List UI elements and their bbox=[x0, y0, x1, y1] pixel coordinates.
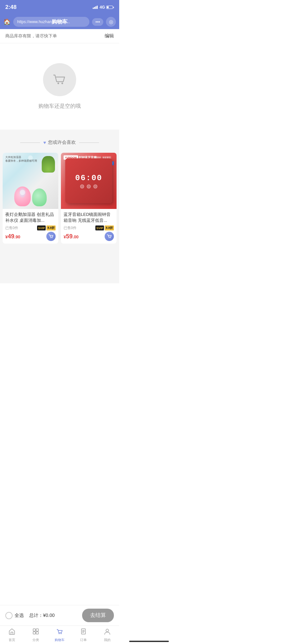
product-grid: 大米粒加湿器春夏秋冬，多种场景都可用 夜灯企鹅加湿器 创意礼品补水仪 桌面消毒加… bbox=[0, 153, 119, 244]
humidifier-item-pink bbox=[14, 186, 31, 206]
price-decimal-1: .90 bbox=[14, 234, 20, 239]
address-bar: 🏠 https://www.huzhan.com/ish... 购物车 ••• … bbox=[0, 15, 119, 29]
cart-icon bbox=[51, 71, 68, 88]
product-price-2: ¥59.00 bbox=[64, 233, 78, 240]
target-button[interactable]: ◎ bbox=[106, 17, 116, 27]
cart-add-icon-1 bbox=[48, 234, 54, 239]
clock-speaker-visual: 06:00 bbox=[65, 158, 113, 203]
heart-icon: ♥ bbox=[43, 140, 46, 145]
svip-discount-2: 8.8折 bbox=[105, 225, 114, 230]
status-time: 2:48 bbox=[5, 4, 17, 11]
price-row-2: ¥59.00 bbox=[64, 232, 114, 241]
svg-point-1 bbox=[62, 83, 63, 84]
more-button[interactable]: ••• bbox=[92, 18, 103, 26]
svg-point-0 bbox=[58, 83, 59, 84]
cart-add-icon-2 bbox=[107, 234, 112, 239]
svg-point-5 bbox=[110, 238, 111, 238]
header-line-left bbox=[20, 142, 40, 143]
speaker-grills bbox=[80, 184, 97, 188]
signal-icon bbox=[93, 6, 98, 9]
svip-badge-1: SVIP bbox=[37, 225, 46, 230]
product-price-1: ¥49.90 bbox=[5, 233, 20, 240]
price-row-1: ¥49.90 bbox=[5, 232, 56, 241]
status-icons: 4G bbox=[93, 5, 114, 10]
clock-display: 06:00 bbox=[75, 174, 102, 182]
product-name-2: 蓝牙音箱LED镜面闹钟音箱音响 无线蓝牙低音... bbox=[64, 212, 114, 223]
product-sold-row-1: 已售0件 SVIP 8.8折 bbox=[5, 225, 56, 230]
product-info-1: 夜灯企鹅加湿器 创意礼品补水仪 桌面消毒加... 已售0件 SVIP 8.8折 … bbox=[3, 209, 58, 244]
product-name-1: 夜灯企鹅加湿器 创意礼品补水仪 桌面消毒加... bbox=[5, 212, 56, 223]
price-int-2: 59 bbox=[66, 233, 73, 240]
product-card-2[interactable]: YUNDOM 时钟蓝牙音箱 双闹钟 免提通话 双喇叭立体音 06:00 bbox=[61, 153, 117, 244]
home-icon[interactable]: 🏠 bbox=[3, 18, 11, 25]
network-label: 4G bbox=[100, 5, 105, 10]
product-image-1: 大米粒加湿器春夏秋冬，多种场景都可用 bbox=[3, 153, 58, 209]
humidifier-item-green bbox=[32, 188, 47, 206]
browser-buttons: ••• ◎ bbox=[92, 17, 116, 27]
header-line-right bbox=[79, 142, 99, 143]
svg-point-3 bbox=[52, 238, 53, 238]
add-to-cart-button-2[interactable] bbox=[105, 232, 114, 241]
svg-point-2 bbox=[51, 238, 51, 238]
svg-point-4 bbox=[109, 238, 110, 238]
price-decimal-2: .00 bbox=[73, 234, 78, 239]
product-sold-row-2: 已售0件 SVIP 8.8折 bbox=[64, 225, 114, 230]
product-card-1[interactable]: 大米粒加湿器春夏秋冬，多种场景都可用 夜灯企鹅加湿器 创意礼品补水仪 桌面消毒加… bbox=[3, 153, 58, 244]
product-info-2: 蓝牙音箱LED镜面闹钟音箱音响 无线蓝牙低音... 已售0件 SVIP 8.8折… bbox=[61, 209, 117, 244]
svip-discount-1: 8.8折 bbox=[46, 225, 56, 230]
badge-wrap-1: SVIP 8.8折 bbox=[37, 225, 56, 230]
cart-icon-circle bbox=[43, 63, 76, 96]
stock-notice: 商品库存有限，请尽快下单 bbox=[5, 33, 57, 39]
product-sold-2: 已售0件 bbox=[64, 225, 76, 230]
bottom-spacer bbox=[0, 244, 119, 283]
empty-cart-area: 购物车还是空的哦 bbox=[0, 43, 119, 130]
svip-badge-2: SVIP bbox=[95, 225, 104, 230]
recommend-section: ♥ 您或许会喜欢 大米粒加湿器春夏秋冬，多种场景都可用 bbox=[0, 130, 119, 283]
url-bar[interactable]: https://www.huzhan.com/ish... 购物车 bbox=[13, 17, 89, 27]
page-title: 购物车 bbox=[52, 19, 68, 25]
humidifier-items bbox=[14, 186, 47, 206]
recommend-title: 您或许会喜欢 bbox=[48, 140, 76, 145]
product-sold-1: 已售0件 bbox=[5, 225, 18, 230]
top-info-bar: 商品库存有限，请尽快下单 编辑 bbox=[0, 29, 119, 43]
price-int-1: 49 bbox=[8, 233, 14, 240]
status-bar: 2:48 4G bbox=[0, 0, 119, 15]
battery-icon bbox=[106, 6, 114, 9]
product-image-2: YUNDOM 时钟蓝牙音箱 双闹钟 免提通话 双喇叭立体音 06:00 bbox=[61, 153, 117, 209]
add-to-cart-button-1[interactable] bbox=[46, 232, 56, 241]
recommend-title-wrap: ♥ 您或许会喜欢 bbox=[43, 140, 76, 145]
edit-button[interactable]: 编辑 bbox=[105, 33, 114, 39]
humidifier-visual: 大米粒加湿器春夏秋冬，多种场景都可用 bbox=[3, 153, 58, 209]
empty-cart-message: 购物车还是空的哦 bbox=[38, 103, 81, 110]
badge-wrap-2: SVIP 8.8折 bbox=[95, 225, 114, 230]
recommend-header: ♥ 您或许会喜欢 bbox=[0, 136, 119, 149]
